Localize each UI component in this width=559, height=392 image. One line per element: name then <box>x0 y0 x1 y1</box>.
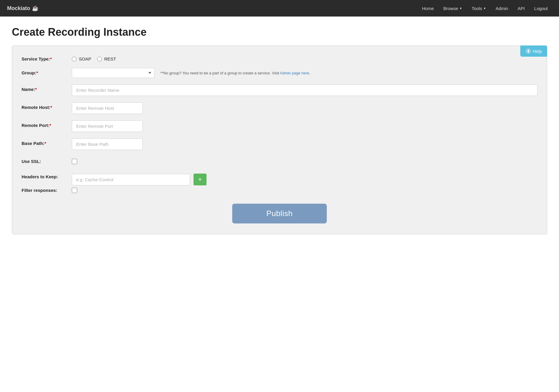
group-select[interactable] <box>72 68 155 78</box>
use-ssl-label: Use SSL: <box>22 156 72 164</box>
service-type-row: Service Type:* SOAP REST <box>22 54 537 61</box>
filter-responses-checkbox[interactable] <box>72 188 77 193</box>
form-panel: ℹ Help Service Type:* SOAP REST G <box>12 45 547 234</box>
nav-tools[interactable]: Tools ▼ <box>467 4 490 13</box>
name-content <box>72 84 537 96</box>
remote-port-label: Remote Port:* <box>22 120 72 128</box>
group-hint: **No group? You need to be a part of a g… <box>160 68 310 75</box>
soap-option[interactable]: SOAP <box>72 56 91 61</box>
filter-responses-label: Filter responses: <box>22 185 72 193</box>
soap-label: SOAP <box>79 56 91 61</box>
add-header-icon: + <box>198 176 202 183</box>
base-path-row: Base Path:* <box>22 138 537 150</box>
browse-dropdown-arrow: ▼ <box>459 7 462 10</box>
headers-input-row: + <box>72 174 537 185</box>
name-row: Name:* <box>22 84 537 96</box>
group-label: Group:* <box>22 68 72 75</box>
page-title: Create Recording Instance <box>12 26 547 38</box>
filter-responses-content <box>72 185 537 194</box>
headers-row: Headers to Keep: + <box>22 172 537 185</box>
help-label: Help <box>533 49 542 54</box>
rest-label: REST <box>104 56 116 61</box>
group-row: Group:* **No group? You need to be a par… <box>22 68 537 78</box>
remote-port-input[interactable] <box>72 120 143 132</box>
info-icon: ℹ <box>526 48 531 54</box>
tools-dropdown-arrow: ▼ <box>483 7 486 10</box>
page-container: Create Recording Instance ℹ Help Service… <box>0 17 559 244</box>
service-type-label: Service Type:* <box>22 54 72 61</box>
remote-host-content <box>72 102 537 114</box>
base-path-content <box>72 138 537 150</box>
navbar: Mockiato ☕ Home Browse ▼ Tools ▼ Admin A… <box>0 0 559 17</box>
use-ssl-row: Use SSL: <box>22 156 537 165</box>
headers-input[interactable] <box>72 174 190 185</box>
nav-api[interactable]: API <box>514 4 529 13</box>
name-label: Name:* <box>22 84 72 92</box>
admin-page-link[interactable]: Admin page here <box>280 71 309 75</box>
publish-row: Publish <box>22 204 537 223</box>
filter-responses-row: Filter responses: <box>22 185 537 194</box>
remote-port-content <box>72 120 537 132</box>
remote-host-label: Remote Host:* <box>22 102 72 110</box>
brand-name: Mockiato <box>7 5 30 12</box>
group-content: **No group? You need to be a part of a g… <box>72 68 537 78</box>
remote-host-row: Remote Host:* <box>22 102 537 114</box>
base-path-input[interactable] <box>72 138 143 150</box>
soap-radio[interactable] <box>72 57 77 61</box>
use-ssl-checkbox[interactable] <box>72 159 77 164</box>
nav-home[interactable]: Home <box>418 4 438 13</box>
remote-host-input[interactable] <box>72 102 143 114</box>
nav-links: Home Browse ▼ Tools ▼ Admin API Logout <box>418 4 552 13</box>
add-header-button[interactable]: + <box>194 174 207 185</box>
remote-port-row: Remote Port:* <box>22 120 537 132</box>
rest-option[interactable]: REST <box>97 56 116 61</box>
help-button[interactable]: ℹ Help <box>520 45 547 57</box>
rest-radio[interactable] <box>97 57 102 61</box>
headers-label: Headers to Keep: <box>22 172 72 179</box>
headers-content: + <box>72 172 537 185</box>
base-path-label: Base Path:* <box>22 138 72 146</box>
nav-browse[interactable]: Browse ▼ <box>439 4 467 13</box>
name-input[interactable] <box>72 84 537 96</box>
nav-admin[interactable]: Admin <box>491 4 512 13</box>
brand-icon: ☕ <box>32 5 38 12</box>
brand: Mockiato ☕ <box>7 5 38 12</box>
service-type-options: SOAP REST <box>72 54 537 61</box>
nav-logout[interactable]: Logout <box>530 4 552 13</box>
use-ssl-content <box>72 156 537 165</box>
publish-button[interactable]: Publish <box>232 204 327 223</box>
